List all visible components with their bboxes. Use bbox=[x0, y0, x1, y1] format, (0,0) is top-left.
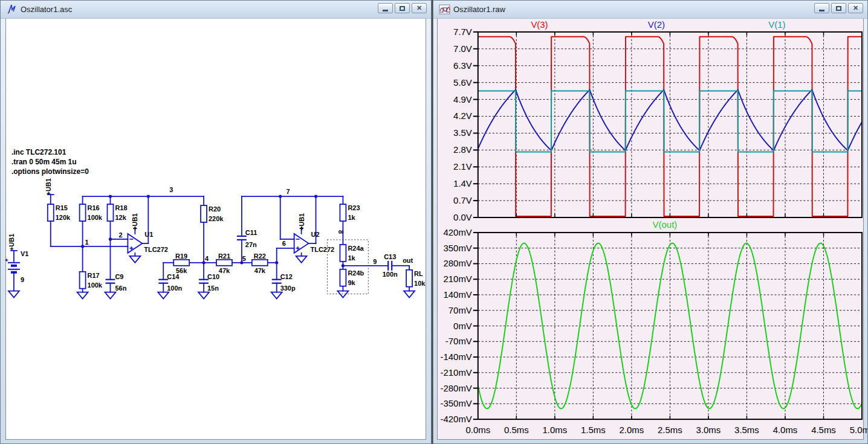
close-button[interactable]: ✕ bbox=[412, 3, 427, 13]
close-icon: ✕ bbox=[853, 5, 858, 11]
titlebar-schematic[interactable]: Oszillator1.asc ✕ bbox=[1, 1, 431, 19]
minimize-icon bbox=[383, 10, 388, 11]
waveform-window: 7.7V7.0V6.3V5.6V4.9V4.2V3.5V2.8V2.1V1.4V… bbox=[433, 0, 868, 444]
schematic-window: +V19R15120kR16100kR1812kR17100kC956nU1TL… bbox=[0, 0, 432, 444]
minimize-button[interactable] bbox=[378, 3, 393, 13]
close-button[interactable]: ✕ bbox=[848, 3, 863, 13]
window-title-schematic: Oszillator1.asc bbox=[21, 5, 72, 14]
minimize-button[interactable] bbox=[814, 3, 829, 13]
titlebar-waveform[interactable]: Oszillator1.raw ✕ bbox=[433, 1, 867, 19]
maximize-icon bbox=[400, 6, 405, 11]
close-icon: ✕ bbox=[416, 5, 422, 11]
waveform-plot-area[interactable] bbox=[437, 18, 864, 440]
ltspice-schematic-icon bbox=[6, 4, 18, 15]
minimize-icon bbox=[819, 10, 824, 11]
waveform-file-icon bbox=[439, 4, 450, 15]
schematic-canvas[interactable] bbox=[5, 18, 426, 440]
maximize-button[interactable] bbox=[395, 3, 410, 13]
maximize-button[interactable] bbox=[831, 3, 846, 13]
maximize-icon bbox=[836, 6, 841, 11]
window-title-waveform: Oszillator1.raw bbox=[453, 5, 505, 14]
